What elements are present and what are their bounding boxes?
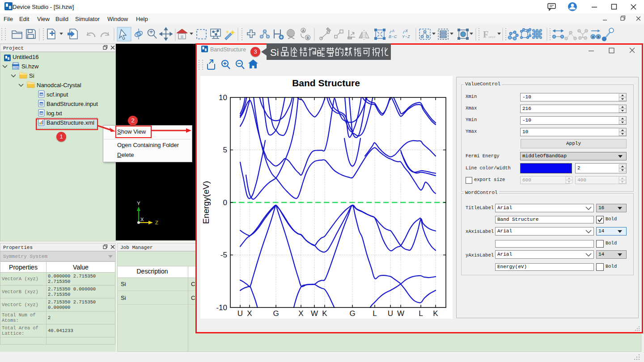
svg-text:W: W — [397, 309, 404, 318]
svg-text:orce: orce — [488, 34, 496, 39]
svg-text:X: X — [298, 309, 303, 318]
svg-text:X: X — [140, 217, 144, 222]
svg-text:IN: IN — [40, 93, 43, 96]
svg-text:B: B — [597, 35, 600, 38]
svg-text:0: 0 — [223, 198, 227, 207]
svg-text:W: W — [311, 309, 318, 318]
svg-text:X: X — [405, 29, 408, 33]
svg-text:A: A — [592, 35, 594, 38]
svg-text:10: 10 — [219, 93, 227, 102]
svg-text:B: B — [307, 36, 309, 39]
svg-text:Z: Z — [407, 34, 410, 39]
svg-text:G: G — [273, 309, 279, 318]
svg-text:-5: -5 — [220, 251, 227, 259]
svg-text:K: K — [433, 309, 438, 318]
svg-text:U: U — [237, 309, 243, 318]
svg-text:X: X — [247, 309, 252, 318]
svg-text:Y: Y — [402, 34, 405, 39]
svg-text:IN: IN — [40, 112, 43, 115]
svg-text:U: U — [388, 309, 393, 318]
svg-text:C: C — [394, 34, 397, 39]
svg-text:K: K — [322, 309, 327, 318]
svg-text:Energy(eV): Energy(eV) — [201, 181, 211, 224]
svg-text:Band Structure: Band Structure — [292, 78, 360, 88]
svg-text:F: F — [483, 29, 488, 39]
svg-text:G: G — [349, 309, 355, 318]
svg-text:IN: IN — [40, 103, 43, 105]
svg-text:-10: -10 — [216, 303, 227, 312]
svg-text:L: L — [419, 309, 423, 318]
svg-text:L: L — [373, 309, 377, 318]
svg-text:B: B — [389, 34, 391, 39]
svg-text:Z: Z — [155, 220, 158, 225]
svg-text:Si: Si — [270, 47, 279, 58]
svg-text:A: A — [391, 29, 394, 33]
svg-text:Y: Y — [137, 201, 140, 206]
svg-text:HZW: HZW — [13, 67, 19, 69]
svg-text:A: A — [302, 29, 305, 32]
svg-text:5: 5 — [223, 146, 227, 154]
